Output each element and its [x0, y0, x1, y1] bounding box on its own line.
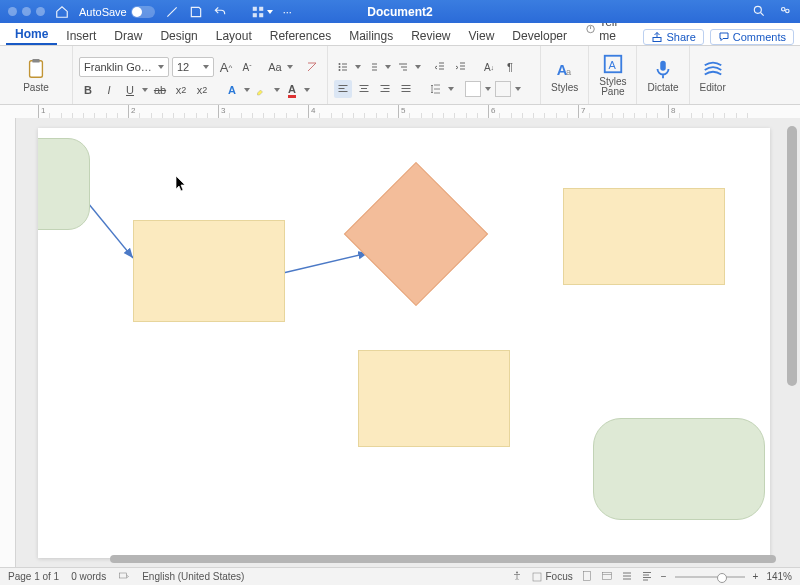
tab-developer[interactable]: Developer [503, 26, 576, 45]
highlight-button[interactable] [253, 81, 271, 99]
pilcrow-button[interactable]: ¶ [501, 58, 519, 76]
grid-icon[interactable] [251, 5, 273, 19]
svg-rect-1 [259, 6, 263, 10]
superscript-button[interactable]: x2 [193, 81, 211, 99]
word-count[interactable]: 0 words [71, 571, 106, 582]
tab-mailings[interactable]: Mailings [340, 26, 402, 45]
more-icon[interactable]: ··· [283, 6, 292, 18]
connector-arrow[interactable] [283, 253, 368, 273]
clear-format-button[interactable] [303, 58, 321, 76]
spellcheck-icon[interactable] [118, 570, 130, 584]
underline-button[interactable]: U [121, 81, 139, 99]
document-canvas[interactable] [38, 128, 770, 558]
dictate-button[interactable]: Dictate [643, 58, 682, 93]
strike-button[interactable]: ab [151, 81, 169, 99]
numbering-button[interactable] [364, 58, 382, 76]
rounded-rect-shape[interactable] [38, 138, 90, 230]
zoom-level[interactable]: 141% [766, 571, 792, 582]
svg-rect-0 [252, 6, 256, 10]
justify-button[interactable] [397, 80, 415, 98]
search-icon[interactable] [752, 4, 766, 20]
rect-shape[interactable] [563, 188, 725, 285]
align-center-button[interactable] [355, 80, 373, 98]
shading-button[interactable] [464, 80, 482, 98]
autosave-switch-icon[interactable] [131, 6, 155, 18]
tab-references[interactable]: References [261, 26, 340, 45]
svg-point-6 [786, 9, 790, 13]
font-name-select[interactable]: Franklin Go… [79, 57, 169, 77]
share-button[interactable]: Share [643, 29, 703, 45]
ruler-number: 1 [41, 106, 45, 115]
focus-mode[interactable]: Focus [531, 571, 573, 583]
draft-view-button[interactable] [641, 570, 653, 584]
tab-layout[interactable]: Layout [207, 26, 261, 45]
vertical-scrollbar[interactable] [787, 126, 797, 560]
comments-button[interactable]: Comments [710, 29, 794, 45]
font-size-value: 12 [177, 61, 199, 73]
svg-rect-23 [602, 572, 611, 579]
svg-rect-19 [120, 573, 127, 578]
svg-rect-10 [32, 58, 39, 62]
change-case-button[interactable]: Aa [266, 58, 284, 76]
accessibility-icon[interactable] [511, 570, 523, 584]
tab-review[interactable]: Review [402, 26, 459, 45]
horizontal-scrollbar[interactable] [110, 555, 776, 563]
line-tool-icon[interactable] [165, 5, 179, 19]
zoom-in-button[interactable]: + [753, 571, 759, 582]
tab-view[interactable]: View [460, 26, 504, 45]
align-right-button[interactable] [376, 80, 394, 98]
editor-button[interactable]: Editor [696, 58, 730, 93]
zoom-window-icon[interactable] [36, 7, 45, 16]
rounded-rect-shape[interactable] [593, 418, 765, 520]
diamond-shape[interactable] [344, 162, 488, 306]
vertical-ruler[interactable] [0, 118, 16, 568]
page-status[interactable]: Page 1 of 1 [8, 571, 59, 582]
svg-rect-22 [583, 571, 590, 580]
save-icon[interactable] [189, 5, 203, 19]
focus-label: Focus [546, 571, 573, 582]
close-window-icon[interactable] [8, 7, 17, 16]
styles-button[interactable]: Aa Styles [547, 58, 582, 93]
print-layout-view-button[interactable] [581, 570, 593, 584]
rect-shape[interactable] [133, 220, 285, 322]
svg-rect-8 [653, 38, 661, 42]
sort-button[interactable]: A↓ [480, 58, 498, 76]
undo-icon[interactable] [213, 5, 227, 19]
tab-design[interactable]: Design [151, 26, 206, 45]
subscript-button[interactable]: x2 [172, 81, 190, 99]
autosave-toggle[interactable]: AutoSave [79, 6, 155, 18]
bullets-button[interactable] [334, 58, 352, 76]
borders-button[interactable] [494, 80, 512, 98]
traffic-lights[interactable] [8, 7, 45, 16]
collab-icon[interactable] [778, 4, 792, 20]
minimize-window-icon[interactable] [22, 7, 31, 16]
indent-right-button[interactable] [452, 58, 470, 76]
comments-label: Comments [733, 31, 786, 43]
tab-insert[interactable]: Insert [57, 26, 105, 45]
home-icon[interactable] [55, 5, 69, 19]
ruler-number: 8 [671, 106, 675, 115]
italic-button[interactable]: I [100, 81, 118, 99]
paste-button[interactable]: Paste [19, 58, 53, 93]
zoom-slider[interactable] [675, 576, 745, 578]
styles-pane-button[interactable]: A Styles Pane [595, 53, 630, 97]
rect-shape[interactable] [358, 350, 510, 447]
language-status[interactable]: English (United States) [142, 571, 244, 582]
connector-arrow[interactable] [88, 203, 133, 258]
outline-view-button[interactable] [621, 570, 633, 584]
shrink-font-button[interactable]: Aˇ [238, 58, 256, 76]
zoom-out-button[interactable]: − [661, 571, 667, 582]
grow-font-button[interactable]: A^ [217, 58, 235, 76]
align-left-button[interactable] [334, 80, 352, 98]
font-size-select[interactable]: 12 [172, 57, 214, 77]
multilevel-button[interactable] [394, 58, 412, 76]
web-layout-view-button[interactable] [601, 570, 613, 584]
line-spacing-button[interactable] [427, 80, 445, 98]
tab-draw[interactable]: Draw [105, 26, 151, 45]
font-color-button[interactable]: A [283, 81, 301, 99]
scroll-thumb[interactable] [787, 126, 797, 386]
tab-home[interactable]: Home [6, 24, 57, 45]
indent-left-button[interactable] [431, 58, 449, 76]
bold-button[interactable]: B [79, 81, 97, 99]
text-effects-button[interactable]: A [223, 81, 241, 99]
